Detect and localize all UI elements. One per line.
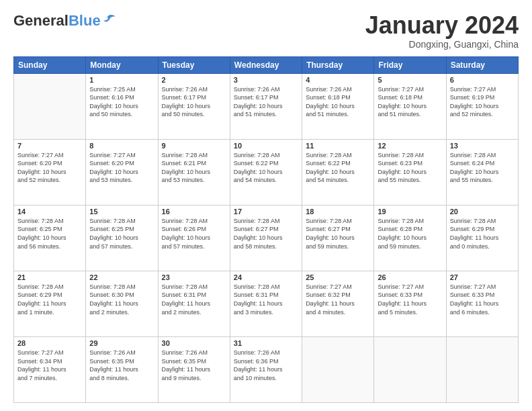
calendar-table: Sunday Monday Tuesday Wednesday Thursday…	[13, 56, 519, 403]
day-number: 8	[89, 142, 154, 150]
day-number: 4	[306, 76, 370, 84]
table-row	[446, 336, 518, 402]
day-info: Sunrise: 7:28 AM Sunset: 6:23 PM Dayligh…	[378, 151, 442, 185]
day-number: 15	[89, 208, 154, 216]
day-info: Sunrise: 7:27 AM Sunset: 6:18 PM Dayligh…	[378, 85, 442, 119]
table-row: 18Sunrise: 7:28 AM Sunset: 6:27 PM Dayli…	[302, 205, 374, 271]
day-info: Sunrise: 7:27 AM Sunset: 6:20 PM Dayligh…	[89, 151, 154, 185]
day-number: 29	[89, 339, 154, 347]
col-monday: Monday	[86, 56, 158, 73]
logo-bird-icon	[102, 14, 116, 25]
day-number: 21	[17, 273, 82, 281]
day-info: Sunrise: 7:28 AM Sunset: 6:22 PM Dayligh…	[306, 151, 370, 185]
table-row: 13Sunrise: 7:28 AM Sunset: 6:24 PM Dayli…	[446, 139, 518, 205]
day-number: 13	[450, 142, 515, 150]
table-row: 1Sunrise: 7:25 AM Sunset: 6:16 PM Daylig…	[86, 73, 158, 139]
table-row: 29Sunrise: 7:26 AM Sunset: 6:35 PM Dayli…	[86, 336, 158, 402]
table-row: 23Sunrise: 7:28 AM Sunset: 6:31 PM Dayli…	[158, 271, 230, 336]
day-number: 26	[378, 273, 442, 281]
day-info: Sunrise: 7:28 AM Sunset: 6:29 PM Dayligh…	[450, 217, 515, 250]
day-number: 7	[17, 142, 82, 150]
logo-blue: Blue	[69, 12, 101, 30]
logo: General Blue	[13, 12, 116, 30]
table-row: 19Sunrise: 7:28 AM Sunset: 6:28 PM Dayli…	[374, 205, 446, 271]
table-row: 17Sunrise: 7:28 AM Sunset: 6:27 PM Dayli…	[230, 205, 302, 271]
day-info: Sunrise: 7:27 AM Sunset: 6:19 PM Dayligh…	[450, 85, 515, 119]
day-number: 19	[378, 208, 442, 216]
day-number: 20	[450, 208, 515, 216]
title-block: January 2024 Dongxing, Guangxi, China	[365, 12, 519, 50]
location: Dongxing, Guangxi, China	[365, 39, 519, 50]
day-info: Sunrise: 7:28 AM Sunset: 6:25 PM Dayligh…	[17, 217, 82, 250]
table-row: 24Sunrise: 7:28 AM Sunset: 6:31 PM Dayli…	[230, 271, 302, 336]
day-info: Sunrise: 7:26 AM Sunset: 6:17 PM Dayligh…	[234, 85, 298, 119]
col-wednesday: Wednesday	[230, 56, 302, 73]
header: General Blue January 2024 Dongxing, Guan…	[13, 12, 519, 50]
day-number: 31	[234, 339, 298, 347]
day-info: Sunrise: 7:25 AM Sunset: 6:16 PM Dayligh…	[89, 85, 154, 119]
calendar-week-row: 1Sunrise: 7:25 AM Sunset: 6:16 PM Daylig…	[14, 73, 519, 139]
day-number: 27	[450, 273, 515, 281]
day-info: Sunrise: 7:28 AM Sunset: 6:22 PM Dayligh…	[234, 151, 298, 185]
day-number: 3	[234, 76, 298, 84]
day-info: Sunrise: 7:27 AM Sunset: 6:34 PM Dayligh…	[17, 349, 82, 382]
table-row: 9Sunrise: 7:28 AM Sunset: 6:21 PM Daylig…	[158, 139, 230, 205]
day-number: 10	[234, 142, 298, 150]
day-number: 1	[89, 76, 154, 84]
table-row	[14, 73, 86, 139]
table-row: 20Sunrise: 7:28 AM Sunset: 6:29 PM Dayli…	[446, 205, 518, 271]
day-info: Sunrise: 7:27 AM Sunset: 6:33 PM Dayligh…	[378, 283, 442, 316]
day-info: Sunrise: 7:28 AM Sunset: 6:31 PM Dayligh…	[162, 283, 226, 316]
table-row: 6Sunrise: 7:27 AM Sunset: 6:19 PM Daylig…	[446, 73, 518, 139]
day-info: Sunrise: 7:26 AM Sunset: 6:36 PM Dayligh…	[234, 349, 298, 382]
day-number: 18	[306, 208, 370, 216]
table-row: 28Sunrise: 7:27 AM Sunset: 6:34 PM Dayli…	[14, 336, 86, 402]
table-row: 14Sunrise: 7:28 AM Sunset: 6:25 PM Dayli…	[14, 205, 86, 271]
day-number: 6	[450, 76, 515, 84]
day-info: Sunrise: 7:27 AM Sunset: 6:20 PM Dayligh…	[17, 151, 82, 185]
day-number: 23	[162, 273, 226, 281]
table-row: 11Sunrise: 7:28 AM Sunset: 6:22 PM Dayli…	[302, 139, 374, 205]
day-info: Sunrise: 7:28 AM Sunset: 6:27 PM Dayligh…	[234, 217, 298, 250]
table-row: 3Sunrise: 7:26 AM Sunset: 6:17 PM Daylig…	[230, 73, 302, 139]
calendar-week-row: 14Sunrise: 7:28 AM Sunset: 6:25 PM Dayli…	[14, 205, 519, 271]
table-row: 4Sunrise: 7:26 AM Sunset: 6:18 PM Daylig…	[302, 73, 374, 139]
logo-general: General	[13, 12, 69, 30]
day-info: Sunrise: 7:28 AM Sunset: 6:26 PM Dayligh…	[162, 217, 226, 250]
day-info: Sunrise: 7:28 AM Sunset: 6:29 PM Dayligh…	[17, 283, 82, 316]
day-number: 28	[17, 339, 82, 347]
table-row: 22Sunrise: 7:28 AM Sunset: 6:30 PM Dayli…	[86, 271, 158, 336]
month-title: January 2024	[365, 12, 519, 39]
calendar-week-row: 21Sunrise: 7:28 AM Sunset: 6:29 PM Dayli…	[14, 271, 519, 336]
day-number: 22	[89, 273, 154, 281]
day-number: 30	[162, 339, 226, 347]
page: General Blue January 2024 Dongxing, Guan…	[0, 0, 532, 411]
day-info: Sunrise: 7:28 AM Sunset: 6:30 PM Dayligh…	[89, 283, 154, 316]
day-info: Sunrise: 7:28 AM Sunset: 6:28 PM Dayligh…	[378, 217, 442, 250]
day-info: Sunrise: 7:26 AM Sunset: 6:18 PM Dayligh…	[306, 85, 370, 119]
day-number: 24	[234, 273, 298, 281]
day-number: 25	[306, 273, 370, 281]
day-number: 12	[378, 142, 442, 150]
table-row	[302, 336, 374, 402]
calendar-week-row: 28Sunrise: 7:27 AM Sunset: 6:34 PM Dayli…	[14, 336, 519, 402]
day-info: Sunrise: 7:28 AM Sunset: 6:21 PM Dayligh…	[162, 151, 226, 185]
day-info: Sunrise: 7:27 AM Sunset: 6:33 PM Dayligh…	[450, 283, 515, 316]
table-row	[374, 336, 446, 402]
table-row: 7Sunrise: 7:27 AM Sunset: 6:20 PM Daylig…	[14, 139, 86, 205]
table-row: 10Sunrise: 7:28 AM Sunset: 6:22 PM Dayli…	[230, 139, 302, 205]
table-row: 16Sunrise: 7:28 AM Sunset: 6:26 PM Dayli…	[158, 205, 230, 271]
day-info: Sunrise: 7:26 AM Sunset: 6:35 PM Dayligh…	[162, 349, 226, 382]
table-row: 8Sunrise: 7:27 AM Sunset: 6:20 PM Daylig…	[86, 139, 158, 205]
day-info: Sunrise: 7:28 AM Sunset: 6:27 PM Dayligh…	[306, 217, 370, 250]
day-info: Sunrise: 7:28 AM Sunset: 6:25 PM Dayligh…	[89, 217, 154, 250]
day-number: 9	[162, 142, 226, 150]
col-thursday: Thursday	[302, 56, 374, 73]
day-info: Sunrise: 7:28 AM Sunset: 6:24 PM Dayligh…	[450, 151, 515, 185]
table-row: 5Sunrise: 7:27 AM Sunset: 6:18 PM Daylig…	[374, 73, 446, 139]
col-sunday: Sunday	[14, 56, 86, 73]
day-info: Sunrise: 7:26 AM Sunset: 6:17 PM Dayligh…	[162, 85, 226, 119]
day-number: 16	[162, 208, 226, 216]
day-number: 2	[162, 76, 226, 84]
calendar-header-row: Sunday Monday Tuesday Wednesday Thursday…	[14, 56, 519, 73]
